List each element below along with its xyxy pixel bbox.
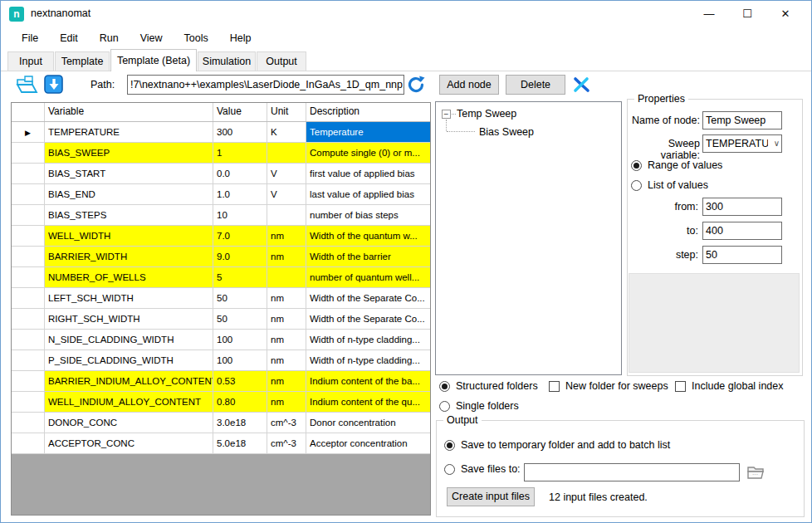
table-row[interactable]: WELL_WIDTH7.0nmWidth of the quantum w... xyxy=(12,226,430,247)
table-row[interactable]: BIAS_START0.0Vfirst value of applied bia… xyxy=(12,164,430,184)
header-value[interactable]: Value xyxy=(213,103,267,121)
header-variable[interactable]: Variable xyxy=(45,103,213,121)
table-row[interactable]: ▶TEMPERATURE300KTemperature xyxy=(12,122,430,143)
add-node-button[interactable]: Add node xyxy=(439,75,499,95)
save-files-to-radio[interactable] xyxy=(444,464,455,475)
cell-value[interactable]: 1 xyxy=(213,143,267,163)
single-folders-radio[interactable] xyxy=(439,401,450,412)
cell-description[interactable]: Donor concentration xyxy=(306,413,430,433)
row-selector[interactable] xyxy=(12,205,45,225)
table-row[interactable]: BIAS_STEPS10number of bias steps xyxy=(12,205,430,226)
cell-unit[interactable]: nm xyxy=(267,226,306,246)
cell-description[interactable]: number of bias steps xyxy=(306,205,430,225)
cell-value[interactable]: 0.53 xyxy=(213,371,267,391)
structured-folders-label[interactable]: Structured folders xyxy=(456,380,538,392)
cell-value[interactable]: 10 xyxy=(213,205,267,225)
table-row[interactable]: BARRIER_WIDTH9.0nmWidth of the barrier xyxy=(12,247,430,267)
row-selector[interactable]: ▶ xyxy=(12,122,45,142)
row-selector[interactable] xyxy=(12,164,45,183)
table-row[interactable]: BIAS_SWEEP1Compute single (0) or m... xyxy=(12,143,430,164)
cell-variable[interactable]: BIAS_START xyxy=(45,164,213,183)
open-file-icon[interactable] xyxy=(14,73,39,96)
menu-run[interactable]: Run xyxy=(89,27,130,49)
table-row[interactable]: N_SIDE_CLADDING_WIDTH100nmWidth of n-typ… xyxy=(12,330,430,350)
cell-value[interactable]: 100 xyxy=(213,330,267,349)
row-selector[interactable] xyxy=(12,309,45,329)
cell-description[interactable]: Indium content of the ba... xyxy=(306,371,430,391)
cell-value[interactable]: 0.0 xyxy=(213,164,267,183)
include-global-index-label[interactable]: Include global index xyxy=(692,380,784,392)
cell-description[interactable]: number of quantum well... xyxy=(306,267,430,287)
table-row[interactable]: ACCEPTOR_CONC5.0e18cm^-3Acceptor concent… xyxy=(12,433,430,454)
cell-unit[interactable] xyxy=(267,143,306,163)
tab-input[interactable]: Input xyxy=(7,51,54,71)
maximize-button[interactable]: ☐ xyxy=(728,1,766,27)
cell-description[interactable]: Width of the quantum w... xyxy=(306,226,430,246)
to-input[interactable]: 400 xyxy=(702,222,782,240)
close-button[interactable]: ✕ xyxy=(766,1,805,27)
cell-value[interactable]: 50 xyxy=(213,288,267,308)
structured-folders-radio[interactable] xyxy=(439,381,450,392)
header-unit[interactable]: Unit xyxy=(267,103,306,121)
row-selector[interactable] xyxy=(12,392,45,412)
cell-variable[interactable]: TEMPERATURE xyxy=(45,122,213,142)
cell-unit[interactable] xyxy=(267,267,306,287)
tab-template[interactable]: Template xyxy=(55,51,110,71)
table-row[interactable]: DONOR_CONC3.0e18cm^-3Donor concentration xyxy=(12,413,430,433)
tree-expander-icon[interactable]: − xyxy=(442,110,451,119)
row-selector[interactable] xyxy=(12,267,45,287)
cell-description[interactable]: Width of the Separate Co... xyxy=(306,288,430,308)
cell-value[interactable]: 300 xyxy=(213,122,267,142)
cell-variable[interactable]: BARRIER_INDIUM_ALLOY_CONTENT xyxy=(45,371,213,391)
cell-unit[interactable]: nm xyxy=(267,330,306,349)
cell-unit[interactable]: nm xyxy=(267,247,306,266)
delete-node-button[interactable]: Delete xyxy=(506,75,565,95)
table-row[interactable]: BARRIER_INDIUM_ALLOY_CONTENT0.53nmIndium… xyxy=(12,371,430,392)
cell-variable[interactable]: NUMBER_OF_WELLS xyxy=(45,267,213,287)
cell-unit[interactable]: nm xyxy=(267,392,306,412)
minimize-button[interactable]: — xyxy=(690,1,728,27)
sweep-variable-select[interactable]: TEMPERATURE ∨ xyxy=(702,134,782,153)
cell-value[interactable]: 0.80 xyxy=(213,392,267,412)
refresh-icon[interactable] xyxy=(406,75,426,95)
include-global-index-checkbox[interactable] xyxy=(675,381,686,392)
row-selector[interactable] xyxy=(12,330,45,349)
cell-variable[interactable]: BIAS_STEPS xyxy=(45,205,213,225)
row-selector[interactable] xyxy=(12,184,45,204)
list-of-values-radio[interactable] xyxy=(631,180,642,191)
menu-tools[interactable]: Tools xyxy=(174,27,219,49)
from-input[interactable]: 300 xyxy=(702,198,782,216)
cell-unit[interactable]: nm xyxy=(267,309,306,329)
save-path-input[interactable] xyxy=(524,463,740,481)
save-temp-label[interactable]: Save to temporary folder and add to batc… xyxy=(461,439,670,451)
cell-variable[interactable]: N_SIDE_CLADDING_WIDTH xyxy=(45,330,213,349)
table-row[interactable]: BIAS_END1.0Vlast value of applied bias xyxy=(12,184,430,205)
table-row[interactable]: P_SIDE_CLADDING_WIDTH100nmWidth of n-typ… xyxy=(12,350,430,371)
cell-value[interactable]: 50 xyxy=(213,309,267,329)
cell-unit[interactable]: nm xyxy=(267,350,306,370)
browse-folder-icon[interactable]: ··· xyxy=(746,462,766,481)
cell-description[interactable]: Indium content of the qu... xyxy=(306,392,430,412)
cell-description[interactable]: Width of n-type cladding... xyxy=(306,350,430,370)
row-selector[interactable] xyxy=(12,371,45,391)
row-selector[interactable] xyxy=(12,433,45,453)
cell-description[interactable]: Temperature xyxy=(306,122,430,142)
row-selector[interactable] xyxy=(12,288,45,308)
cell-description[interactable]: first value of applied bias xyxy=(306,164,430,183)
tree-node-temp-sweep[interactable]: Temp Sweep xyxy=(457,108,516,120)
list-of-values-label[interactable]: List of values xyxy=(648,179,708,191)
cell-description[interactable]: Width of n-type cladding... xyxy=(306,330,430,349)
cell-description[interactable]: Acceptor concentration xyxy=(306,433,430,453)
menu-help[interactable]: Help xyxy=(219,27,262,49)
cell-unit[interactable] xyxy=(267,205,306,225)
step-input[interactable]: 50 xyxy=(702,246,782,264)
cell-variable[interactable]: WELL_WIDTH xyxy=(45,226,213,246)
range-of-values-label[interactable]: Range of values xyxy=(648,159,722,171)
cell-unit[interactable]: V xyxy=(267,164,306,183)
cell-description[interactable]: Compute single (0) or m... xyxy=(306,143,430,163)
load-template-icon[interactable] xyxy=(41,73,66,96)
menu-view[interactable]: View xyxy=(130,27,174,49)
cell-description[interactable]: Width of the barrier xyxy=(306,247,430,266)
cell-variable[interactable]: BARRIER_WIDTH xyxy=(45,247,213,266)
node-name-input[interactable]: Temp Sweep xyxy=(702,111,782,130)
